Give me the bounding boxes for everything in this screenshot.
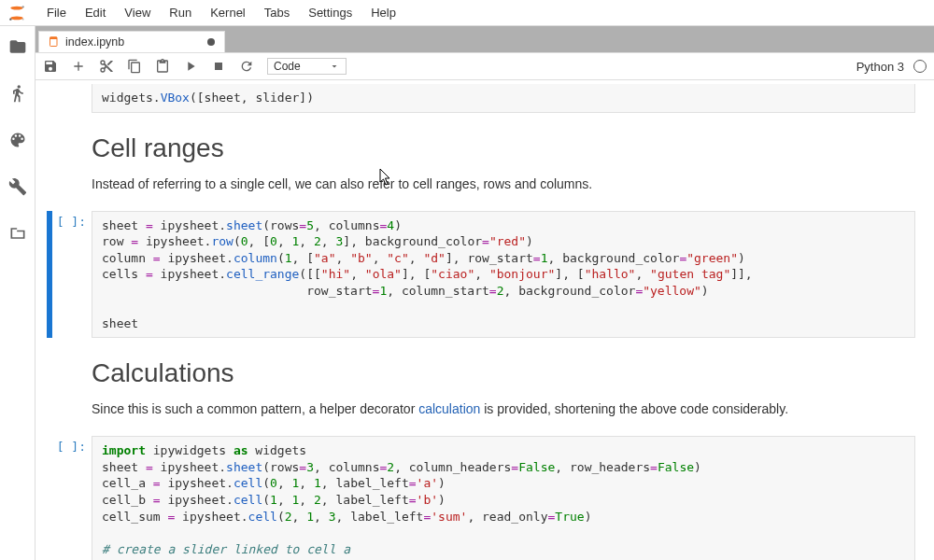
- code-text: widgets.: [102, 91, 161, 105]
- code-cell[interactable]: [ ]: sheet = ipysheet.sheet(rows=5, colu…: [47, 211, 915, 339]
- markdown-cell[interactable]: Cell ranges Instead of referring to a si…: [47, 117, 915, 207]
- running-icon[interactable]: [8, 84, 27, 103]
- prompt: [ ]:: [57, 215, 86, 339]
- paragraph: Instead of referring to a single cell, w…: [92, 175, 915, 194]
- calculation-link[interactable]: calculation: [418, 401, 480, 416]
- cut-icon[interactable]: [99, 59, 114, 74]
- tabs-icon[interactable]: [8, 224, 27, 243]
- menu-run[interactable]: Run: [160, 2, 201, 23]
- tab-file[interactable]: index.ipynb: [38, 31, 225, 52]
- code-cell[interactable]: [ ]: import ipywidgets as widgets sheet …: [47, 436, 915, 560]
- menu-bar: File Edit View Run Kernel Tabs Settings …: [0, 0, 934, 26]
- code-cell[interactable]: widgets.VBox([sheet, slider]): [47, 84, 915, 113]
- notebook-toolbar: Code Python 3: [35, 52, 934, 80]
- palette-icon[interactable]: [8, 131, 27, 149]
- jupyter-logo-icon: [7, 4, 26, 22]
- menu-settings[interactable]: Settings: [299, 2, 361, 23]
- svg-point-1: [10, 16, 22, 20]
- text: Since this is such a common pattern, a h…: [92, 401, 418, 416]
- svg-rect-6: [50, 37, 58, 39]
- menu-view[interactable]: View: [115, 2, 160, 23]
- heading: Calculations: [92, 358, 915, 388]
- tab-bar: index.ipynb: [35, 26, 934, 52]
- code-text: ([sheet, slider]): [190, 91, 314, 105]
- menu-tabs[interactable]: Tabs: [255, 2, 299, 23]
- menu-kernel[interactable]: Kernel: [201, 2, 255, 23]
- copy-icon[interactable]: [127, 59, 142, 74]
- celltype-select[interactable]: Code: [267, 58, 347, 75]
- notebook-icon: [49, 36, 60, 48]
- tab-title: index.ipynb: [65, 35, 124, 49]
- kernel-status-icon: [913, 60, 927, 73]
- stop-icon[interactable]: [211, 59, 226, 74]
- activity-bar: [0, 26, 35, 560]
- prompt: [ ]:: [57, 440, 86, 560]
- run-icon[interactable]: [183, 59, 198, 74]
- svg-point-2: [22, 6, 24, 7]
- dirty-indicator-icon: [207, 38, 215, 46]
- heading: Cell ranges: [92, 133, 915, 163]
- save-icon[interactable]: [43, 59, 58, 74]
- chevron-down-icon: [329, 61, 340, 72]
- code-editor[interactable]: sheet = ipysheet.sheet(rows=5, columns=4…: [92, 211, 915, 339]
- kernel-indicator[interactable]: Python 3: [856, 60, 927, 74]
- wrench-icon[interactable]: [8, 177, 27, 196]
- code-editor[interactable]: import ipywidgets as widgets sheet = ipy…: [92, 436, 915, 560]
- svg-point-4: [22, 18, 24, 20]
- svg-point-3: [9, 18, 11, 20]
- menu-help[interactable]: Help: [361, 2, 405, 23]
- notebook-panel[interactable]: widgets.VBox([sheet, slider]) Cell range…: [35, 80, 934, 560]
- paste-icon[interactable]: [155, 59, 170, 74]
- restart-icon[interactable]: [239, 59, 254, 74]
- paragraph: Since this is such a common pattern, a h…: [92, 399, 915, 419]
- svg-point-0: [10, 6, 22, 9]
- markdown-cell[interactable]: Calculations Since this is such a common…: [47, 342, 915, 432]
- celltype-value: Code: [274, 60, 301, 73]
- code-text: VBox: [161, 91, 190, 105]
- kernel-name: Python 3: [856, 60, 904, 74]
- folder-icon[interactable]: [8, 37, 27, 56]
- add-cell-icon[interactable]: [71, 59, 86, 74]
- text: is provided, shortening the above code c…: [480, 401, 788, 416]
- menu-file[interactable]: File: [37, 2, 76, 23]
- menu-edit[interactable]: Edit: [76, 2, 115, 23]
